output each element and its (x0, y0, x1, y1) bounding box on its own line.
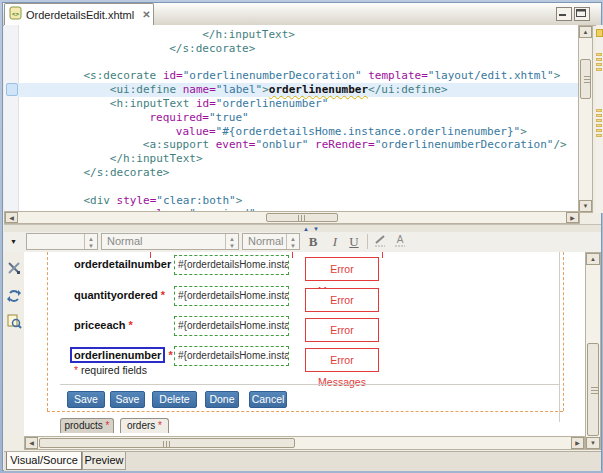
vpe-side-toolbar (4, 252, 25, 436)
form-separator-line (60, 384, 559, 385)
page-design-options-icon[interactable] (6, 313, 22, 329)
svg-text:<>: <> (12, 11, 20, 17)
field-label[interactable]: priceeach * (74, 319, 133, 331)
vpe-canvas[interactable]: orderdetailnumber *#{orderdetailsHome.in… (24, 252, 585, 436)
xml-file-icon: <> (9, 6, 22, 24)
combo-spinner-icon[interactable]: ▲▼ (84, 234, 97, 249)
sub-tab-orders[interactable]: orders * (120, 418, 169, 433)
source-hscrollbar-thumb[interactable] (266, 213, 338, 222)
clipped-border-tick (292, 252, 293, 258)
visual-vscrollbar[interactable]: ▲ ▼ (585, 252, 601, 450)
code-line[interactable]: </s:decorate> (18, 166, 580, 180)
field-input[interactable]: #{orderdetailsHome.instan (174, 286, 289, 306)
code-line[interactable]: <h:inputText id="orderlinenumber" (18, 97, 580, 111)
code-line[interactable]: <a:support event="onblur" reRender="orde… (18, 138, 580, 152)
form-border-left (47, 252, 48, 411)
scroll-right-icon[interactable]: ▶ (566, 212, 579, 223)
code-lines[interactable]: </h:inputText></s:decorate><s:decorate i… (18, 25, 580, 211)
cancel-button[interactable]: Cancel (249, 391, 287, 408)
editor-tab[interactable]: <> OrderdetailsEdit.xhtml ✕ (4, 3, 154, 25)
font-size-combo[interactable]: Normal ▲▼ (242, 233, 300, 250)
visual-vscrollbar-thumb[interactable] (587, 343, 599, 436)
minimize-icon[interactable] (556, 7, 572, 21)
italic-button[interactable]: I (326, 233, 344, 250)
font-name-combo[interactable]: Normal ▲▼ (101, 233, 239, 250)
annotation-mark[interactable] (596, 129, 602, 132)
error-messages-box[interactable]: Error Messages (305, 257, 379, 281)
annotation-mark[interactable] (596, 68, 602, 71)
delete-button[interactable]: Delete (152, 391, 197, 408)
required-fields-note[interactable]: * required fields (74, 364, 147, 376)
source-hscrollbar[interactable]: ◀ ▶ (4, 211, 580, 224)
code-line[interactable]: <ui:define name="label">orderlinenumber<… (18, 83, 580, 97)
code-line[interactable]: <div style="clear:both"> (18, 194, 580, 208)
annotation-mark[interactable] (596, 124, 602, 127)
visual-hscrollbar[interactable]: ◀ ▶ (24, 436, 585, 450)
scroll-down-icon[interactable]: ▼ (579, 200, 592, 212)
code-line[interactable]: </h:inputText> (18, 152, 580, 166)
code-line[interactable] (18, 56, 580, 70)
visual-hscrollbar-thumb[interactable] (39, 438, 295, 448)
code-line[interactable]: value="#{orderdetailsHome.instance.order… (18, 125, 580, 139)
scroll-left-icon[interactable]: ◀ (25, 437, 38, 449)
code-line[interactable]: </h:inputText> (18, 28, 580, 42)
scroll-up-icon[interactable]: ▲ (579, 26, 592, 38)
combo-spinner-icon[interactable]: ▲▼ (225, 234, 238, 249)
done-button[interactable]: Done (205, 391, 239, 408)
error-messages-box[interactable]: Error Messages (305, 348, 379, 372)
save-button[interactable]: Save (110, 391, 145, 408)
scroll-right-icon[interactable]: ▶ (571, 437, 584, 449)
refresh-icon[interactable] (6, 288, 22, 304)
pencil-icon[interactable] (373, 234, 391, 249)
editor-tab-bar: <> OrderdetailsEdit.xhtml ✕ (3, 3, 601, 26)
font-color-icon[interactable]: A (393, 234, 411, 249)
annotation-mark[interactable] (596, 53, 602, 56)
annotation-mark[interactable] (596, 119, 602, 122)
scroll-left-icon[interactable]: ◀ (5, 212, 18, 223)
field-label[interactable]: orderlinenumber * (74, 349, 173, 361)
combo-spinner-icon[interactable]: ▲▼ (286, 234, 299, 249)
format-toolbar: ▼ ▲▼ Normal ▲▼ Normal ▲▼ B I U A (4, 232, 601, 253)
page-tab-preview[interactable]: Preview (82, 452, 126, 470)
source-vscrollbar[interactable]: ▲ ▼ (578, 25, 593, 213)
code-line[interactable] (18, 180, 580, 194)
sub-tab-products[interactable]: products * (60, 418, 114, 433)
error-messages-box[interactable]: Error Messages (305, 318, 379, 342)
source-editor[interactable]: </h:inputText></s:decorate><s:decorate i… (4, 25, 580, 211)
maximize-icon[interactable] (574, 7, 590, 21)
field-label[interactable]: orderdetailnumber * (74, 258, 179, 270)
code-line[interactable]: <s:decorate id="orderlinenumberDecoratio… (18, 69, 580, 83)
clipped-border-tick (382, 252, 383, 258)
bold-button[interactable]: B (304, 233, 322, 250)
field-label[interactable]: quantityordered * (74, 289, 165, 301)
overview-ruler[interactable] (596, 25, 603, 213)
field-input[interactable]: #{orderdetailsHome.instan (174, 346, 289, 366)
annotation-overview-icon[interactable] (596, 29, 603, 37)
editor-shell: <> OrderdetailsEdit.xhtml ✕ </h:inputTex… (2, 2, 602, 471)
error-messages-box[interactable]: Error Messages (305, 288, 379, 312)
source-vscrollbar-thumb[interactable] (580, 59, 591, 99)
annotation-mark[interactable] (596, 114, 602, 117)
ide-window: <> OrderdetailsEdit.xhtml ✕ </h:inputTex… (0, 0, 603, 473)
block-format-combo[interactable]: ▲▼ (26, 233, 98, 250)
code-line[interactable]: required="true" (18, 111, 580, 125)
underline-button[interactable]: U (345, 233, 363, 250)
form-border-right (563, 252, 564, 411)
scroll-up-icon[interactable]: ▲ (586, 253, 600, 265)
code-line[interactable]: </s:decorate> (18, 42, 580, 56)
page-tab-bar: Visual/SourcePreview (4, 451, 601, 471)
annotation-mark[interactable] (596, 134, 602, 137)
field-input[interactable]: #{orderdetailsHome.instan (174, 255, 289, 275)
scroll-down-icon[interactable]: ▼ (586, 437, 600, 449)
save-button[interactable]: Save (67, 391, 105, 408)
field-input[interactable]: #{orderdetailsHome.instan (174, 316, 289, 336)
preferences-icon[interactable] (6, 260, 22, 276)
annotation-mark[interactable] (596, 63, 602, 66)
page-tab-visual-source[interactable]: Visual/Source (6, 452, 82, 470)
annotation-mark[interactable] (596, 58, 602, 61)
source-gutter[interactable] (4, 25, 19, 211)
close-icon[interactable]: ✕ (142, 9, 150, 20)
annotation-mark[interactable] (596, 109, 602, 112)
editor-tab-title: OrderdetailsEdit.xhtml (26, 9, 134, 21)
toolbar-menu-arrow-icon[interactable]: ▼ (10, 238, 17, 245)
